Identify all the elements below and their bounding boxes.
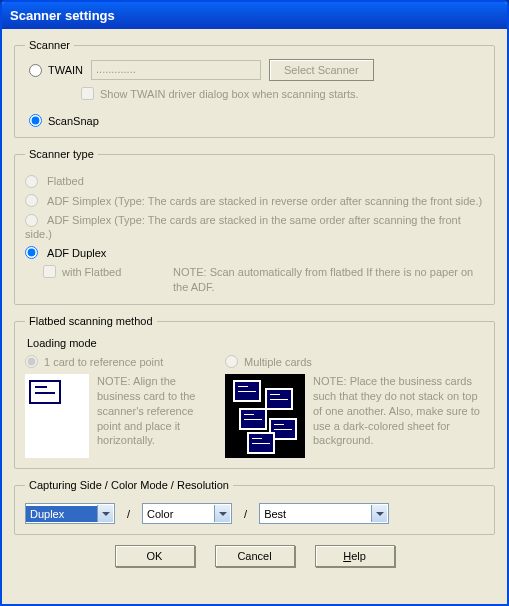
adf-simplex-same-label: ADF Simplex (Type: The cards are stacked… — [25, 214, 461, 240]
window-title: Scanner settings — [2, 2, 507, 29]
one-card-radio — [25, 355, 38, 368]
twain-radio[interactable] — [29, 64, 42, 77]
one-card-label: 1 card to reference point — [44, 356, 163, 368]
flatbed-label: Flatbed — [47, 175, 84, 187]
one-card-thumbnail — [25, 374, 89, 458]
ok-button[interactable]: OK — [115, 545, 195, 567]
loading-mode-label: Loading mode — [27, 337, 484, 349]
client-area: Scanner TWAIN ............. Select Scann… — [2, 29, 507, 577]
scanner-type-group: Scanner type Flatbed ADF Simplex (Type: … — [14, 148, 495, 305]
card-icon — [239, 408, 267, 430]
dialog-buttons: OK Cancel Help — [14, 545, 495, 567]
scansnap-label: ScanSnap — [48, 115, 99, 127]
chevron-down-icon — [371, 505, 387, 522]
capture-group: Capturing Side / Color Mode / Resolution… — [14, 479, 495, 535]
flatbed-row: Flatbed — [25, 174, 484, 188]
capture-row: Duplex / Color / Best — [25, 503, 484, 524]
multiple-cards-note: NOTE: Place the business cards such that… — [313, 374, 484, 448]
card-icon — [29, 380, 61, 404]
with-flatbed-label: with Flatbed — [62, 266, 121, 278]
adf-duplex-label: ADF Duplex — [47, 247, 106, 259]
chevron-down-icon — [214, 505, 230, 522]
cancel-button[interactable]: Cancel — [215, 545, 295, 567]
flatbed-radio — [25, 175, 38, 188]
twain-label: TWAIN — [48, 64, 83, 76]
multiple-cards-thumbnail — [225, 374, 305, 458]
with-flatbed-note: NOTE: Scan automatically from flatbed If… — [173, 265, 484, 294]
scanner-group: Scanner TWAIN ............. Select Scann… — [14, 39, 495, 138]
loading-left-col: 1 card to reference point NOTE: Align th… — [25, 355, 215, 458]
resolution-value: Best — [260, 506, 338, 522]
with-flatbed-row: with Flatbed NOTE: Scan automatically fr… — [43, 265, 484, 294]
with-flatbed-checkbox — [43, 265, 56, 278]
scansnap-radio[interactable] — [29, 114, 42, 127]
show-twain-dialog-row: Show TWAIN driver dialog box when scanni… — [81, 87, 484, 100]
scanner-type-legend: Scanner type — [25, 148, 98, 160]
adf-simplex-rev-row: ADF Simplex (Type: The cards are stacked… — [25, 194, 484, 208]
scanner-settings-window: Scanner settings Scanner TWAIN .........… — [0, 0, 509, 606]
twain-driver-box: ............. — [91, 60, 261, 80]
scansnap-row: ScanSnap — [29, 114, 484, 127]
capturing-side-select[interactable]: Duplex — [25, 503, 115, 524]
card-icon — [247, 432, 275, 454]
select-scanner-button: Select Scanner — [269, 59, 374, 81]
card-icon — [233, 380, 261, 402]
resolution-select[interactable]: Best — [259, 503, 389, 524]
adf-simplex-same-radio — [25, 214, 38, 227]
separator: / — [121, 508, 136, 520]
loading-right-col: Multiple cards NOTE: Place the business … — [225, 355, 484, 458]
adf-duplex-row: ADF Duplex — [25, 246, 484, 260]
capturing-side-value: Duplex — [26, 506, 104, 522]
show-twain-dialog-checkbox — [81, 87, 94, 100]
show-twain-dialog-label: Show TWAIN driver dialog box when scanni… — [100, 88, 359, 100]
multiple-cards-label: Multiple cards — [244, 356, 312, 368]
chevron-down-icon — [97, 505, 113, 522]
capture-legend: Capturing Side / Color Mode / Resolution — [25, 479, 233, 491]
flatbed-method-group: Flatbed scanning method Loading mode 1 c… — [14, 315, 495, 469]
color-mode-value: Color — [143, 506, 221, 522]
help-button[interactable]: Help — [315, 545, 395, 567]
one-card-note: NOTE: Align the business card to the sca… — [97, 374, 215, 448]
twain-row: TWAIN ............. Select Scanner — [29, 59, 484, 81]
adf-duplex-radio[interactable] — [25, 246, 38, 259]
flatbed-method-legend: Flatbed scanning method — [25, 315, 157, 327]
adf-simplex-same-row: ADF Simplex (Type: The cards are stacked… — [25, 213, 484, 240]
loading-mode-row: 1 card to reference point NOTE: Align th… — [25, 355, 484, 458]
color-mode-select[interactable]: Color — [142, 503, 232, 524]
multiple-cards-radio — [225, 355, 238, 368]
separator: / — [238, 508, 253, 520]
scanner-legend: Scanner — [25, 39, 74, 51]
adf-simplex-rev-radio — [25, 194, 38, 207]
adf-simplex-rev-label: ADF Simplex (Type: The cards are stacked… — [47, 195, 482, 207]
card-icon — [265, 388, 293, 410]
